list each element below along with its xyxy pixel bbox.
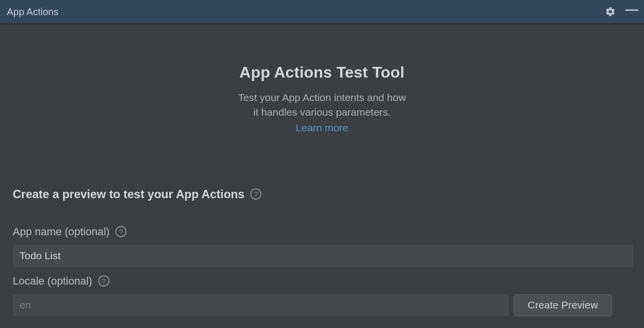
content-area: App Actions Test Tool Test your App Acti… [0, 24, 644, 328]
section-heading-text: Create a preview to test your App Action… [13, 187, 244, 201]
hero-subtitle-line2: it handles various parameters. [253, 106, 390, 118]
locale-label: Locale (optional) ? [13, 275, 631, 287]
section-heading: Create a preview to test your App Action… [13, 187, 631, 201]
locale-label-text: Locale (optional) [13, 275, 92, 287]
gear-icon[interactable] [605, 6, 616, 17]
hero-subtitle-line1: Test your App Action intents and how [238, 92, 406, 103]
create-preview-button[interactable]: Create Preview [514, 294, 612, 316]
hero-section: App Actions Test Tool Test your App Acti… [2, 29, 642, 134]
hero-subtitle: Test your App Action intents and how it … [2, 90, 642, 120]
help-icon[interactable]: ? [98, 275, 109, 287]
app-name-input[interactable] [13, 245, 633, 267]
app-name-label: App name (optional) ? [13, 226, 631, 238]
hero-title: App Actions Test Tool [2, 63, 642, 82]
app-name-label-text: App name (optional) [13, 226, 109, 238]
titlebar-actions: — [605, 6, 637, 17]
locale-row: Create Preview [13, 294, 631, 316]
minimize-icon[interactable]: — [626, 6, 637, 17]
help-icon[interactable]: ? [115, 226, 127, 237]
help-icon[interactable]: ? [250, 188, 261, 200]
locale-input[interactable] [13, 294, 509, 316]
learn-more-link[interactable]: Learn more [296, 122, 348, 134]
titlebar: App Actions — [0, 0, 644, 24]
panel-title: App Actions [7, 6, 59, 18]
form-area: Create a preview to test your App Action… [2, 187, 642, 316]
